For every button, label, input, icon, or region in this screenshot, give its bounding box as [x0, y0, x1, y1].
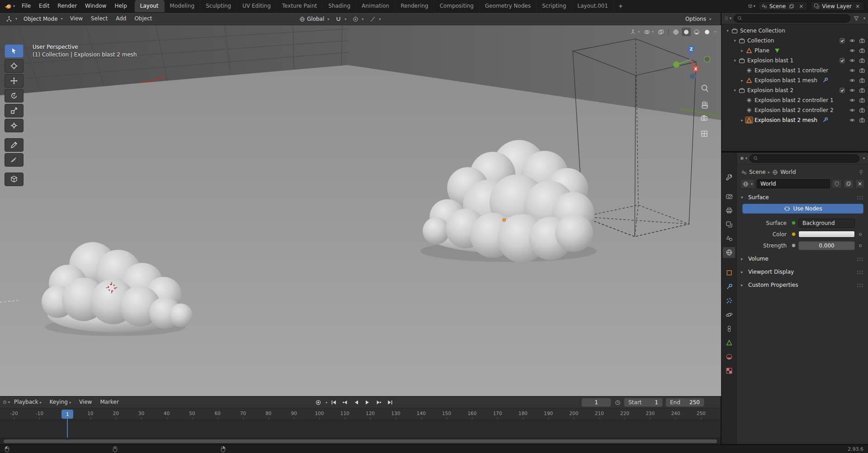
mode-dropdown[interactable]: Object Mode ▾ — [20, 16, 66, 22]
properties-tab-modifiers[interactable] — [723, 281, 735, 292]
play-button[interactable] — [362, 398, 373, 407]
outliner-row-explosion-blast-1-mesh[interactable]: ▸Explosion blast 1 mesh — [722, 75, 868, 85]
panel-grip-icon[interactable] — [857, 196, 864, 200]
shading-solid-button[interactable] — [682, 28, 691, 36]
screen-layout-icon[interactable]: ▾ — [748, 3, 755, 10]
disclosure-triangle-icon[interactable]: ▾ — [724, 28, 731, 33]
properties-search-input[interactable] — [750, 154, 859, 163]
eye-toggle-icon[interactable] — [849, 97, 855, 103]
end-frame-field[interactable]: End 250 — [665, 398, 704, 407]
copy-icon[interactable] — [844, 179, 854, 188]
viewport-menu-view[interactable]: View — [66, 13, 87, 25]
properties-tab-texture[interactable] — [723, 365, 735, 376]
workspace-tab-animation[interactable]: Animation — [356, 0, 395, 12]
tool-add-cube[interactable] — [5, 173, 24, 186]
eye-toggle-icon[interactable] — [849, 107, 855, 113]
viewport-canvas[interactable]: Z X — [0, 25, 721, 396]
prev-keyframe-button[interactable] — [340, 398, 350, 407]
close-icon[interactable]: × — [855, 179, 864, 188]
strength-field[interactable]: 0.000 — [798, 241, 855, 250]
menubar-item-edit[interactable]: Edit — [35, 3, 53, 9]
chevron-down-icon[interactable]: ▾ — [326, 401, 327, 405]
mesh-icon[interactable] — [745, 47, 753, 54]
empty-icon[interactable] — [745, 67, 753, 74]
camera-toggle-icon[interactable] — [859, 117, 865, 123]
camera-toggle-icon[interactable] — [859, 87, 865, 93]
volume-panel-header[interactable]: ▸ Volume — [737, 253, 868, 264]
camera-toggle-icon[interactable] — [859, 107, 865, 113]
workspace-tab-shading[interactable]: Shading — [323, 0, 356, 12]
tool-tweak-select[interactable] — [5, 44, 24, 58]
tool-annotate[interactable] — [5, 138, 24, 152]
snap-toggle[interactable]: ▾ — [332, 16, 349, 22]
outliner-row-explosion-blast-1-controller[interactable]: Explosion blast 1 controller — [722, 65, 868, 75]
collection-icon[interactable] — [731, 28, 738, 34]
gizmo-z-neg-axis[interactable] — [690, 74, 696, 79]
mesh-icon[interactable] — [745, 117, 753, 123]
fake-user-shield-icon[interactable] — [832, 179, 842, 188]
shading-rendered-button[interactable] — [703, 28, 712, 36]
pin-icon[interactable] — [858, 169, 864, 175]
tool-measure[interactable] — [5, 153, 24, 167]
animate-dot-icon[interactable] — [857, 244, 863, 247]
chevron-down-icon[interactable]: ▾ — [863, 16, 865, 20]
timeline-track-area[interactable] — [0, 420, 721, 438]
view-layer-selector[interactable]: View Layer × — [811, 1, 864, 11]
camera-toggle-icon[interactable] — [859, 77, 865, 84]
properties-tab-physics[interactable] — [723, 309, 735, 320]
properties-tab-tool[interactable] — [723, 173, 735, 183]
tool-move[interactable] — [5, 74, 24, 88]
eye-toggle-icon[interactable] — [849, 57, 855, 64]
workspace-tab-layout-001[interactable]: Layout.001 — [572, 0, 614, 12]
outliner-row-explosion-blast-2-controller-2[interactable]: Explosion blast 2 controller 2 — [722, 105, 868, 115]
breadcrumb-world[interactable]: World — [780, 169, 796, 175]
outliner-row-scene-collection[interactable]: ▾Scene Collection — [722, 26, 868, 36]
properties-tab-particles[interactable] — [723, 295, 735, 306]
workspace-tab-layout[interactable]: Layout — [135, 0, 165, 12]
menubar-item-render[interactable]: Render — [53, 3, 81, 9]
outliner-row-explosion-blast-2-mesh[interactable]: ▸Explosion blast 2 mesh — [722, 115, 868, 125]
collection-icon[interactable] — [738, 57, 745, 64]
color-swatch[interactable] — [798, 231, 855, 238]
properties-tab-render[interactable] — [723, 191, 735, 202]
blender-logo-icon[interactable]: ▾ — [0, 2, 18, 10]
outliner-row-explosion-blast-2-controller-1[interactable]: Explosion blast 2 controller 1 — [722, 95, 868, 105]
transform-orientation-dropdown[interactable]: Global ▾ — [296, 16, 332, 22]
properties-tab-output[interactable] — [723, 205, 735, 216]
timeline-menu-playback[interactable]: Playback▾ — [10, 396, 46, 409]
menubar-item-window[interactable]: Window — [81, 3, 110, 9]
camera-toggle-icon[interactable] — [859, 67, 865, 74]
falloff-dropdown[interactable]: ▾ — [367, 16, 384, 22]
preview-range-clock-icon[interactable] — [614, 399, 621, 406]
empty-icon[interactable] — [745, 97, 753, 103]
shading-material-button[interactable] — [692, 28, 701, 36]
eye-toggle-icon[interactable] — [849, 87, 855, 93]
properties-tab-object-data[interactable] — [723, 337, 735, 348]
editor-type-button[interactable]: ▾ — [3, 399, 10, 406]
camera-toggle-icon[interactable] — [859, 37, 865, 44]
eye-toggle-icon[interactable] — [849, 67, 855, 74]
collection-icon[interactable] — [738, 87, 745, 93]
disclosure-triangle-icon[interactable]: ▾ — [731, 58, 738, 63]
auto-keying-button[interactable] — [313, 398, 323, 407]
current-frame-field[interactable]: 1 — [581, 398, 611, 407]
tool-transform[interactable] — [5, 119, 24, 132]
panel-grip-icon[interactable] — [857, 283, 864, 287]
disclosure-triangle-icon[interactable]: ▾ — [731, 88, 738, 93]
close-icon[interactable]: × — [797, 3, 805, 10]
browse-world-button[interactable]: ▾ — [741, 179, 755, 188]
properties-tab-view-layer[interactable] — [723, 219, 735, 230]
disclosure-triangle-icon[interactable]: ▾ — [731, 38, 738, 43]
disclosure-triangle-icon[interactable]: ▸ — [739, 118, 745, 122]
properties-tab-object[interactable] — [723, 267, 735, 278]
modifier-wrench-icon[interactable] — [822, 117, 828, 123]
gizmo-y-axis[interactable] — [673, 61, 679, 68]
playhead[interactable]: 1 — [61, 410, 73, 419]
world-name-field[interactable]: World — [757, 179, 830, 188]
panel-grip-icon[interactable] — [857, 257, 864, 261]
outliner-row-collection[interactable]: ▾Collection — [722, 36, 868, 46]
gizmo-toggle-button[interactable]: ▾ — [628, 28, 641, 36]
panel-grip-icon[interactable] — [857, 270, 864, 274]
camera-toggle-icon[interactable] — [859, 97, 865, 103]
surface-panel-header[interactable]: ▾ Surface — [737, 192, 868, 203]
